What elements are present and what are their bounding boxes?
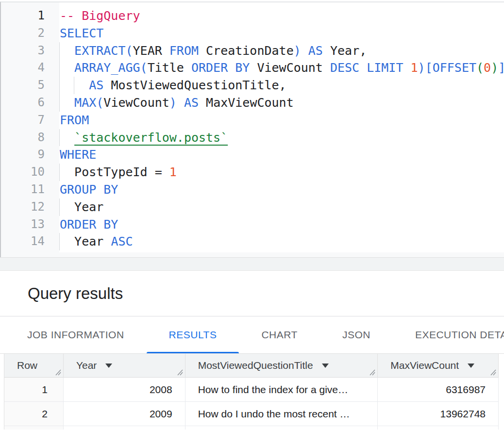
table-cell: 2 — [4, 402, 64, 426]
code-line-text: AS MostViewedQuestionTitle, — [59, 77, 504, 94]
tab-label: EXECUTION DETAILS — [415, 329, 504, 341]
indent-guide — [59, 198, 60, 216]
column-header-maxviewcount[interactable]: MaxViewCount — [378, 354, 499, 377]
column-header-mostviewedquestiontitle[interactable]: MostViewedQuestionTitle — [185, 354, 378, 377]
column-resize-handle[interactable] — [54, 368, 62, 376]
line-number: 8 — [1, 129, 59, 147]
line-number: 5 — [1, 77, 59, 94]
code-lines: 1 -- BigQuery 2 SELECT 3 EXTRACT(YEAR FR… — [1, 7, 504, 250]
sql-editor[interactable]: 1 -- BigQuery 2 SELECT 3 EXTRACT(YEAR FR… — [0, 1, 504, 257]
tab-chart[interactable]: CHART — [239, 316, 319, 353]
line-number: 13 — [1, 216, 59, 233]
line-number: 12 — [1, 198, 59, 216]
line-number: 7 — [1, 112, 59, 129]
indent-guide — [59, 42, 60, 60]
indent-guide — [59, 94, 60, 112]
indent-guide — [59, 129, 60, 147]
code-line: 2 SELECT — [1, 25, 504, 42]
tab-label: RESULTS — [169, 329, 217, 341]
table-body: 12008How to find the index for a give…63… — [4, 378, 499, 430]
table-cell: How do I undo the most recent … — [185, 402, 378, 426]
column-resize-handle[interactable] — [369, 368, 376, 376]
column-header-row[interactable]: Row — [4, 354, 64, 377]
line-number: 4 — [1, 59, 59, 77]
code-line: 4 ARRAY_AGG(Title ORDER BY ViewCount DES… — [1, 59, 504, 77]
table-cell: 13962748 — [378, 402, 499, 426]
code-line: 12 Year — [1, 198, 504, 216]
line-number: 11 — [1, 181, 59, 198]
panel-resize-divider[interactable] — [0, 257, 504, 271]
table-row — [4, 426, 499, 430]
indent-guide — [59, 77, 60, 94]
indent-guide — [59, 233, 60, 250]
table-row: 22009How do I undo the most recent …1396… — [4, 402, 499, 426]
column-header-label: Row — [17, 360, 37, 371]
tab-label: JOB INFORMATION — [27, 329, 124, 341]
code-line: 5 AS MostViewedQuestionTitle, — [1, 77, 504, 94]
table-header-row: Row Year MostViewedQuestionTitle MaxView… — [4, 354, 499, 378]
code-line-text: SELECT — [59, 25, 504, 42]
table-cell: 6316987 — [378, 378, 499, 401]
column-header-year[interactable]: Year — [64, 354, 185, 377]
column-header-label: Year — [76, 360, 97, 371]
code-line: 7 FROM — [1, 112, 504, 129]
table-cell: 1 — [4, 378, 64, 401]
line-number: 9 — [1, 146, 59, 164]
tab-execution-details[interactable]: EXECUTION DETAILS — [393, 316, 504, 353]
query-results-title: Query results — [0, 271, 504, 316]
code-line: 1 -- BigQuery — [1, 7, 504, 25]
query-results-panel: Query results JOB INFORMATION RESULTS CH… — [0, 271, 504, 430]
tab-json[interactable]: JSON — [320, 316, 393, 353]
line-number: 10 — [1, 164, 59, 181]
code-line-text: ARRAY_AGG(Title ORDER BY ViewCount DESC … — [59, 59, 504, 77]
bigquery-console: 1 -- BigQuery 2 SELECT 3 EXTRACT(YEAR FR… — [0, 1, 504, 430]
code-line-text: `stackoverflow.posts` — [59, 129, 504, 147]
table-cell — [4, 426, 64, 430]
code-line: 14 Year ASC — [1, 233, 504, 250]
table-cell — [378, 426, 499, 430]
code-line-text: -- BigQuery — [59, 7, 504, 25]
tab-label: JSON — [342, 329, 370, 341]
tab-job-information[interactable]: JOB INFORMATION — [5, 316, 147, 353]
code-line: 10 PostTypeId = 1 — [1, 164, 504, 181]
column-header-label: MaxViewCount — [390, 360, 459, 371]
table-cell — [185, 426, 378, 430]
code-line: 13 ORDER BY — [1, 216, 504, 233]
results-table: Row Year MostViewedQuestionTitle MaxView… — [4, 354, 499, 430]
code-line: 8 `stackoverflow.posts` — [1, 129, 504, 147]
column-resize-handle[interactable] — [489, 368, 497, 376]
tab-results[interactable]: RESULTS — [147, 316, 239, 353]
indent-guide — [59, 164, 60, 181]
line-number: 1 — [1, 7, 59, 25]
line-number: 3 — [1, 42, 59, 60]
table-cell — [64, 426, 185, 430]
indent-guide — [74, 77, 74, 94]
code-line-text: WHERE — [59, 146, 504, 164]
line-number: 6 — [1, 94, 59, 112]
line-number: 14 — [1, 233, 59, 250]
indent-guide — [59, 59, 60, 77]
sort-dropdown-icon[interactable] — [468, 364, 474, 368]
code-line-text: ORDER BY — [59, 216, 504, 233]
code-line: 3 EXTRACT(YEAR FROM CreationDate) AS Yea… — [1, 42, 504, 60]
code-line-text: GROUP BY — [59, 181, 504, 198]
column-header-label: MostViewedQuestionTitle — [198, 360, 313, 371]
code-line: 6 MAX(ViewCount) AS MaxViewCount — [1, 94, 504, 112]
table-cell: How to find the index for a give… — [185, 378, 378, 401]
table-row: 12008How to find the index for a give…63… — [4, 378, 499, 402]
table-cell: 2009 — [64, 402, 185, 426]
code-line: 9 WHERE — [1, 146, 504, 164]
code-line: 11 GROUP BY — [1, 181, 504, 198]
column-resize-handle[interactable] — [176, 368, 184, 376]
code-line-text: MAX(ViewCount) AS MaxViewCount — [59, 94, 504, 112]
code-line-text: EXTRACT(YEAR FROM CreationDate) AS Year, — [59, 42, 504, 60]
sort-dropdown-icon[interactable] — [322, 364, 329, 368]
code-line-text: FROM — [59, 112, 504, 129]
code-line-text: Year ASC — [59, 233, 504, 250]
sort-dropdown-icon[interactable] — [105, 364, 112, 368]
tab-label: CHART — [261, 329, 297, 341]
results-tab-bar: JOB INFORMATION RESULTS CHART JSON EXECU… — [0, 316, 504, 354]
code-line-text: Year — [59, 198, 504, 216]
table-cell: 2008 — [64, 378, 185, 401]
code-line-text: PostTypeId = 1 — [59, 164, 504, 181]
